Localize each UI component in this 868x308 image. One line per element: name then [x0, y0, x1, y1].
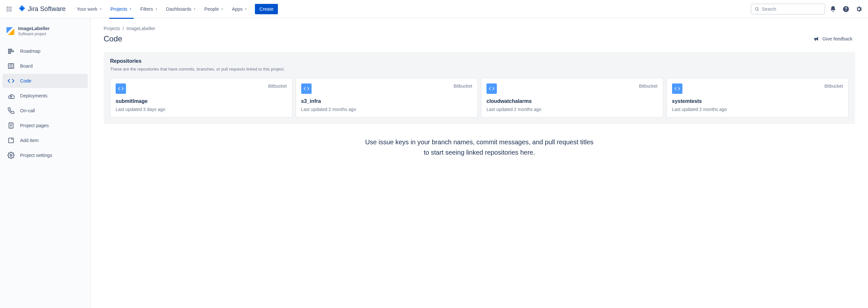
megaphone-icon — [813, 36, 820, 42]
svg-rect-14 — [8, 53, 11, 54]
main-wrap: ImageLabeller Software project Roadmap B… — [0, 18, 868, 308]
pages-icon — [7, 122, 15, 129]
repo-source: Bitbucket — [824, 83, 843, 89]
svg-point-9 — [755, 7, 758, 10]
help-button[interactable] — [841, 4, 851, 14]
sidebar-item-label: On-call — [20, 108, 35, 113]
repositories-desc: These are the repositories that have com… — [110, 67, 848, 71]
sidebar-item-on-call[interactable]: On-call — [3, 104, 88, 118]
repo-source: Bitbucket — [639, 83, 658, 89]
search-box[interactable] — [751, 4, 825, 14]
svg-point-2 — [10, 6, 11, 7]
nav-label: Filters — [140, 6, 153, 12]
repo-name: submitImage — [116, 98, 287, 104]
code-icon — [672, 83, 682, 94]
nav-right — [751, 4, 864, 14]
code-icon — [116, 83, 126, 94]
settings-button[interactable] — [854, 4, 864, 14]
gear-icon — [856, 5, 863, 12]
search-input[interactable] — [762, 6, 822, 12]
cta-text: Use issue keys in your branch names, com… — [334, 137, 625, 158]
nav-filters[interactable]: Filters — [137, 4, 161, 14]
svg-rect-22 — [9, 138, 13, 143]
nav-items: Your work Projects Filters Dashboards Pe… — [73, 4, 278, 14]
sidebar-item-project-pages[interactable]: Project pages — [3, 118, 88, 133]
svg-point-0 — [7, 6, 8, 7]
repo-name: systemtests — [672, 98, 843, 104]
cta-line-2: to start seeing linked repositories here… — [334, 147, 625, 158]
jira-logo[interactable]: Jira Software — [16, 5, 68, 13]
notifications-button[interactable] — [828, 4, 838, 14]
breadcrumb-link-projects[interactable]: Projects — [104, 26, 120, 31]
repositories-panel: Repositories These are the repositories … — [104, 52, 855, 124]
jira-logo-icon — [18, 5, 26, 13]
nav-apps[interactable]: Apps — [229, 4, 251, 14]
nav-dashboards[interactable]: Dashboards — [163, 4, 200, 14]
repo-card[interactable]: Bitbucket cloudwatchalarms Last updated … — [481, 78, 663, 117]
gear-icon — [7, 151, 15, 159]
nav-people[interactable]: People — [201, 4, 227, 14]
svg-point-7 — [8, 10, 9, 11]
create-button[interactable]: Create — [255, 4, 278, 14]
chevron-down-icon — [193, 7, 196, 11]
code-icon — [487, 83, 497, 94]
repo-source: Bitbucket — [268, 83, 287, 89]
chevron-down-icon — [99, 7, 103, 11]
nav-label: Projects — [111, 6, 127, 12]
sidebar-item-label: Add item — [20, 138, 38, 143]
chevron-down-icon — [244, 7, 248, 11]
svg-point-3 — [7, 8, 8, 9]
svg-point-25 — [10, 154, 12, 156]
sidebar-item-label: Code — [20, 78, 31, 83]
nav-label: Dashboards — [166, 6, 191, 12]
app-switcher-button[interactable] — [4, 4, 14, 14]
repo-updated: Last updated 3 days ago — [116, 107, 287, 112]
nav-label: Your work — [77, 6, 97, 12]
sidebar: ImageLabeller Software project Roadmap B… — [0, 18, 91, 308]
chevron-down-icon — [154, 7, 158, 11]
repo-name: s3_infra — [301, 98, 472, 104]
sidebar-item-board[interactable]: Board — [3, 59, 88, 73]
sidebar-item-label: Board — [20, 63, 33, 69]
sidebar-item-label: Deployments — [20, 93, 48, 98]
search-icon — [755, 6, 759, 12]
repo-card[interactable]: Bitbucket systemtests Last updated 2 mon… — [666, 78, 849, 117]
project-avatar-icon — [6, 27, 14, 35]
repo-updated: Last updated 2 months ago — [487, 107, 658, 112]
repo-updated: Last updated 2 months ago — [672, 107, 843, 112]
app-switcher-icon — [6, 6, 12, 12]
sidebar-item-project-settings[interactable]: Project settings — [3, 148, 88, 162]
deployments-icon — [7, 92, 15, 100]
nav-your-work[interactable]: Your work — [73, 4, 106, 14]
svg-point-4 — [8, 8, 9, 9]
svg-point-5 — [10, 8, 11, 9]
board-icon — [7, 62, 15, 70]
page-header: Code Give feedback — [104, 34, 855, 44]
chevron-down-icon — [129, 7, 132, 11]
svg-point-6 — [7, 10, 8, 11]
sidebar-items: Roadmap Board Code Deployments On-call P… — [3, 44, 88, 162]
svg-rect-13 — [8, 51, 14, 52]
sidebar-item-roadmap[interactable]: Roadmap — [3, 44, 88, 58]
give-feedback-button[interactable]: Give feedback — [811, 34, 855, 44]
repo-name: cloudwatchalarms — [487, 98, 658, 104]
repositories-title: Repositories — [110, 58, 848, 64]
bell-icon — [830, 5, 837, 12]
breadcrumb-link-project[interactable]: ImageLabeller — [126, 26, 155, 31]
svg-rect-15 — [8, 64, 14, 69]
sidebar-item-label: Project settings — [20, 153, 52, 158]
project-header[interactable]: ImageLabeller Software project — [3, 26, 88, 41]
repo-card[interactable]: Bitbucket submitImage Last updated 3 day… — [110, 78, 292, 117]
sidebar-item-add-item[interactable]: Add item — [3, 133, 88, 147]
sidebar-item-code[interactable]: Code — [3, 74, 88, 88]
roadmap-icon — [7, 47, 15, 55]
svg-point-1 — [8, 6, 9, 7]
code-icon — [7, 77, 15, 85]
feedback-label: Give feedback — [822, 36, 852, 41]
project-name: ImageLabeller — [18, 26, 50, 31]
nav-projects[interactable]: Projects — [107, 4, 136, 14]
project-type: Software project — [18, 32, 50, 36]
repo-card[interactable]: Bitbucket s3_infra Last updated 2 months… — [296, 78, 478, 117]
sidebar-item-deployments[interactable]: Deployments — [3, 89, 88, 103]
help-icon — [842, 5, 849, 12]
